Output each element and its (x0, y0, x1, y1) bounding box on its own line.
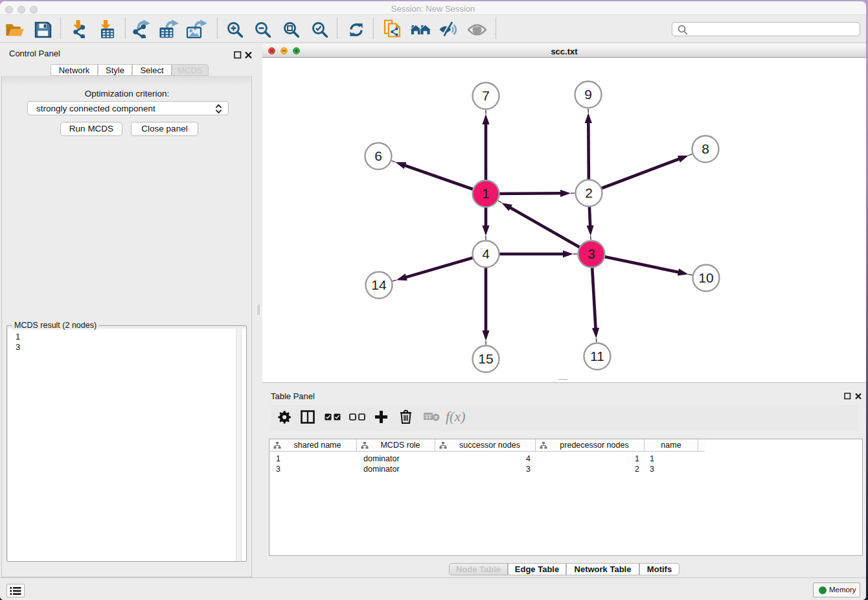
svg-text:9: 9 (584, 87, 592, 102)
svg-text:11: 11 (590, 349, 604, 363)
svg-text:1: 1 (482, 186, 490, 201)
svg-text:10: 10 (698, 270, 713, 285)
svg-text:14: 14 (371, 277, 387, 292)
svg-text:8: 8 (702, 141, 709, 156)
svg-text:15: 15 (478, 351, 493, 366)
svg-text:2: 2 (585, 185, 593, 200)
svg-text:4: 4 (482, 246, 490, 261)
svg-text:7: 7 (482, 88, 490, 103)
svg-text:3: 3 (588, 246, 595, 261)
svg-text:6: 6 (374, 148, 382, 163)
